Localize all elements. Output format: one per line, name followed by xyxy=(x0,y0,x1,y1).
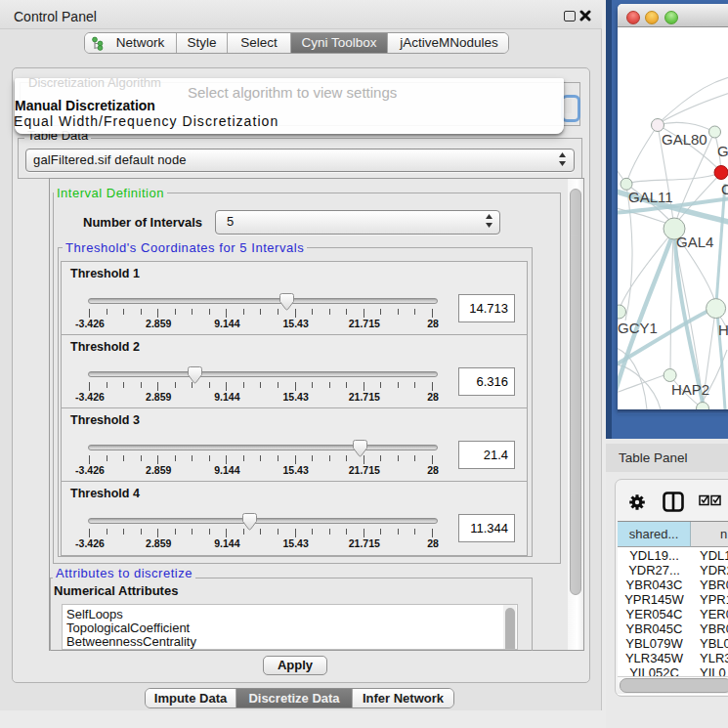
svg-text:GAL80: GAL80 xyxy=(662,131,707,148)
svg-text:GCY1: GCY1 xyxy=(618,320,658,336)
svg-text:H: H xyxy=(718,321,728,338)
svg-text:GAL4: GAL4 xyxy=(676,234,713,250)
svg-text:HAP2: HAP2 xyxy=(671,381,709,398)
svg-text:C: C xyxy=(721,181,728,197)
svg-text:GA: GA xyxy=(717,143,728,159)
svg-text:GAL11: GAL11 xyxy=(628,189,673,205)
